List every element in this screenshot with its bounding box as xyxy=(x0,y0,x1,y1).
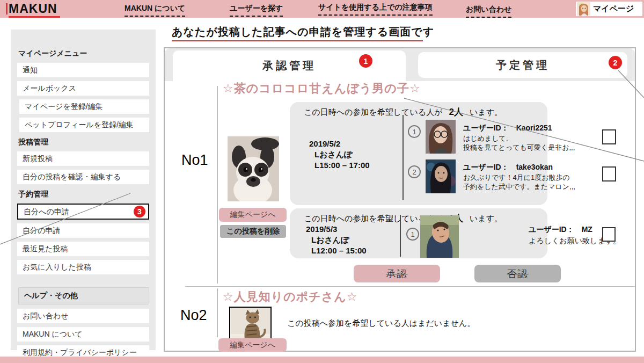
slot2-time: L12:00 – 15:00 xyxy=(306,245,367,256)
sidebar-item-favorited-posts[interactable]: お気に入りした投稿 xyxy=(17,260,149,274)
sidebar-item-edit-pet-profile[interactable]: ペットプロフィールを登録/編集 xyxy=(19,118,149,132)
sidebar-item-recently-viewed[interactable]: 最近見た投稿 xyxy=(17,242,149,256)
page-title: あなたが投稿した記事への申請を管理する画面です xyxy=(172,25,434,39)
slot1-header-prefix: この日時への参加を希望している人が xyxy=(304,107,443,118)
annotation-badge-1: 1 xyxy=(359,54,372,68)
slot2-activity: Lおさんぽ xyxy=(306,235,367,245)
applicant1-checkbox[interactable] xyxy=(602,129,616,144)
approve-button[interactable]: 承認 xyxy=(354,265,440,282)
post1-divider-line xyxy=(217,86,218,284)
applicant2-userid-value: take3okan xyxy=(516,163,553,171)
applicant1-userid-label: ユーザーID： xyxy=(463,124,509,132)
user-avatar-photo xyxy=(577,2,590,16)
sidebar-menu: マイページメニュー 通知 メールボックス マイページを登録/編集 ペットプロフィ… xyxy=(11,30,156,350)
applicant2-userid-label: ユーザーID： xyxy=(463,163,509,171)
applicant3-userid-value: MZ xyxy=(582,225,592,234)
brand-logo[interactable]: MAKUN xyxy=(9,2,60,18)
annotation-badge-3: 3 xyxy=(134,206,145,217)
applicant2-number: 2 xyxy=(408,165,421,178)
page-title-underline xyxy=(172,40,423,41)
sidebar-header-post-management: 投稿管理 xyxy=(18,137,149,147)
slot1-applicant-count: 2人 xyxy=(449,106,463,118)
logo-text: MAKUN xyxy=(9,2,60,16)
slot2-header: この日時への参加を希望している人が 1人 います。 xyxy=(304,212,502,224)
sidebar-header-mypage-menu: マイページメニュー xyxy=(18,49,149,59)
tab-approval-label: 承認管理 xyxy=(262,59,316,73)
logo-underline xyxy=(9,16,60,18)
sidebar-item-edit-mypage[interactable]: マイページを登録/編集 xyxy=(19,99,149,114)
mypage-label: マイページ xyxy=(593,4,634,14)
annotation-badge-2: 2 xyxy=(609,56,622,69)
post-separator-line xyxy=(185,286,635,287)
post2-divider-line xyxy=(217,288,218,337)
dog-photo xyxy=(228,136,279,201)
applicant1-number: 1 xyxy=(408,125,421,138)
applicant3-photo xyxy=(420,215,459,258)
app-screen: MAKUN MAKUN について ユーザーを探す サイトを使用する上での注意事項… xyxy=(0,0,644,363)
sidebar-item-mailbox[interactable]: メールボックス xyxy=(17,81,149,96)
slot1-activity: Lおさんぽ xyxy=(309,149,370,160)
sidebar-header-reservation-management: 予約管理 xyxy=(18,190,149,199)
logo-accent-tick xyxy=(6,3,8,14)
applicant3-userid-label: ユーザーID： xyxy=(529,225,574,234)
nav-about[interactable]: MAKUN について xyxy=(125,4,185,17)
tab-approval-management[interactable]: 承認管理 xyxy=(173,50,406,81)
applicant2-checkbox[interactable] xyxy=(602,166,616,182)
sidebar-item-my-requests[interactable]: 自分の申請 xyxy=(17,223,149,238)
post2-empty-message: この投稿へ参加を希望している人はまだいません。 xyxy=(287,318,475,329)
tab-schedule-management[interactable]: 予定管理 xyxy=(418,52,627,78)
slot1-vertical-divider xyxy=(402,115,404,200)
slot2-vertical-divider xyxy=(400,215,401,257)
applicant1-userid: ユーザーID：Kaori2251 xyxy=(463,124,552,133)
sidebar-item-contact[interactable]: お問い合わせ xyxy=(17,309,149,323)
post2-number: No2 xyxy=(180,307,207,324)
slot2-header-suffix: います。 xyxy=(470,214,502,224)
tab-schedule-label: 予定管理 xyxy=(496,58,550,72)
applicant3-userid: ユーザーID：MZ xyxy=(529,225,592,235)
applicant3-checkbox[interactable] xyxy=(602,227,616,242)
mypage-button[interactable]: マイページ xyxy=(576,2,642,16)
slot1-datetime: 2019/5/2 Lおさんぽ L15:00 – 17:00 xyxy=(309,139,370,171)
sidebar-item-label: 自分への申請 xyxy=(24,207,69,216)
applicant2-photo xyxy=(426,159,456,193)
sidebar-item-check-edit-posts[interactable]: 自分の投稿を確認・編集する xyxy=(17,170,149,184)
slot1-header-suffix: います。 xyxy=(470,107,502,118)
post1-edit-page-button[interactable]: 編集ページへ xyxy=(219,208,287,222)
nav-find-users[interactable]: ユーザーを探す xyxy=(230,4,283,17)
top-navbar: MAKUN MAKUN について ユーザーを探す サイトを使用する上での注意事項… xyxy=(0,0,644,18)
sidebar-item-new-post[interactable]: 新規投稿 xyxy=(17,151,149,166)
slot2-date: 2019/5/3 xyxy=(306,224,367,235)
post2-edit-page-button[interactable]: 編集ページへ xyxy=(218,338,287,352)
applicant2-message: お久ぶりです！4月に1度お散歩の 予約をした武中です。またマロン,,, xyxy=(463,173,575,191)
slot1-date: 2019/5/2 xyxy=(309,139,370,149)
applicant2-userid: ユーザーID：take3okan xyxy=(463,163,553,172)
slot1-time: L15:00 – 17:00 xyxy=(309,160,370,171)
sidebar-header-help-others: ヘルプ・その他 xyxy=(18,287,149,304)
nav-contact[interactable]: お問い合わせ xyxy=(466,5,511,18)
sidebar-item-requests-to-me[interactable]: 自分への申請 3 xyxy=(17,204,149,220)
footer-bar xyxy=(0,357,644,363)
nav-site-notes[interactable]: サイトを使用する上での注意事項 xyxy=(318,3,433,16)
post1-delete-button[interactable]: この投稿を削除 xyxy=(220,225,286,238)
sidebar-item-about-makun[interactable]: MAKUN について xyxy=(17,327,149,342)
applicant1-message: はじめまして。 投稿を見てとっても可愛く是非お,,, xyxy=(463,134,575,152)
applicant1-userid-value: Kaori2251 xyxy=(516,124,552,132)
post1-title: ☆茶のコロコロ甘えんぼう男の子☆ xyxy=(223,81,421,97)
post2-title: ☆人見知りのポチさん☆ xyxy=(223,289,358,305)
deny-button[interactable]: 否認 xyxy=(474,265,561,282)
post1-number: No1 xyxy=(181,152,208,169)
sidebar-item-notifications[interactable]: 通知 xyxy=(17,63,149,77)
slot2-datetime: 2019/5/3 Lおさんぽ L12:00 – 15:00 xyxy=(306,224,367,256)
applicant3-number: 1 xyxy=(406,228,419,241)
applicant1-photo xyxy=(426,120,456,154)
